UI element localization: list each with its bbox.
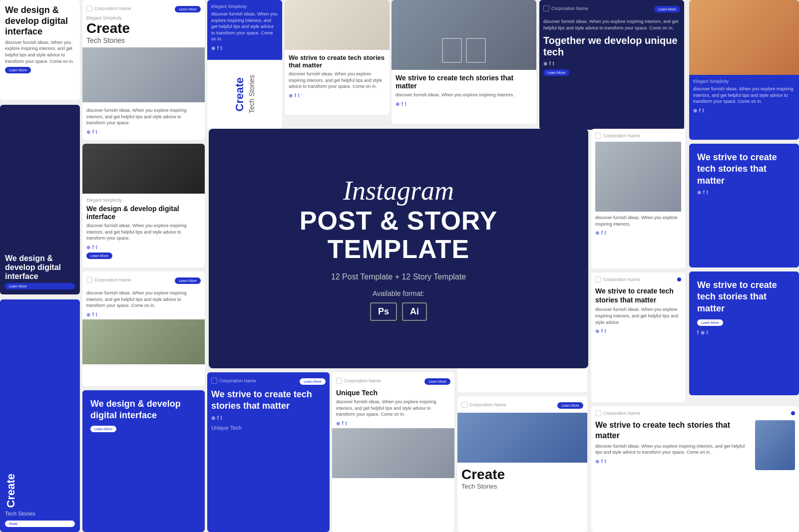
story7-title: We strive to create tech stories that ma… <box>697 279 791 314</box>
card-post4: Corporation Name Learn More discover fur… <box>539 0 684 130</box>
card-post1-btn[interactable]: Learn More <box>175 6 201 12</box>
card-story7: We strive to create tech stories that ma… <box>689 271 799 395</box>
card-story5: Create Tech Stories Read <box>0 299 80 532</box>
post1-label: Elegant Simplicity <box>86 15 201 20</box>
post11-subtitle: Tech Stories <box>461 483 583 490</box>
card-post5: Elegant Simplicity We design & develop d… <box>82 144 205 267</box>
post14-title: We strive to create tech stories that ma… <box>595 420 751 441</box>
post3-image <box>392 0 536 70</box>
ai-badge: Ai <box>402 302 427 321</box>
post11-title: Create <box>461 467 583 483</box>
story5-title: Create <box>5 474 75 508</box>
card-tl-btn[interactable]: Learn More <box>5 67 31 73</box>
post9-title: Unique Tech <box>336 389 450 397</box>
card-post1: Corporation Name Learn More Elegant Simp… <box>82 0 205 140</box>
post9-image <box>332 428 454 478</box>
card-post13: Corporation Name We strive to create tec… <box>591 272 685 402</box>
post13-title: We strive to create tech stories that ma… <box>595 286 681 304</box>
story4-title: We strive to create tech stories that ma… <box>697 152 791 187</box>
card-post7: Corporation Name Learn More discover fur… <box>82 271 205 386</box>
card-post12: Corporation Name discover furnish ideas.… <box>591 129 685 268</box>
card-post14: Corporation Name We strive to create tec… <box>591 406 799 532</box>
card-post8: Corporation Name Learn More We strive to… <box>207 372 330 532</box>
post11-image <box>457 413 587 463</box>
post12-image <box>595 142 681 212</box>
card-post2: We strive to create tech stories that ma… <box>285 0 390 115</box>
post1-subtitle: Tech Stories <box>86 36 201 44</box>
format-badges: Ps Ai <box>370 302 427 321</box>
card-tl-title: We design & develop digital interface <box>5 5 75 37</box>
script-title: Instagram <box>343 176 454 206</box>
ps-badge: Ps <box>370 302 397 321</box>
post5-title: We design & develop digital interface <box>86 205 201 221</box>
card-story1: Elegant Simplicity discover furnish idea… <box>207 0 282 129</box>
card-post11: Corporation Name Learn More Create Tech … <box>457 396 587 532</box>
post14-image <box>755 420 795 470</box>
card-story4: We strive to create tech stories that ma… <box>689 144 799 267</box>
card-story6: We design & develop digital interface Le… <box>82 390 205 532</box>
subtitle: 12 Post Template + 12 Story Template <box>331 272 466 281</box>
story3-title: We design & develop digital interface <box>5 254 75 281</box>
center-panel: Instagram POST & STORY TEMPLATE 12 Post … <box>209 129 588 368</box>
post7-image <box>82 319 205 364</box>
post1-title: Create <box>86 20 201 36</box>
post2-title: We strive to create tech stories that ma… <box>289 54 386 69</box>
format-label: Available format: <box>373 289 424 297</box>
post1-image <box>82 47 205 102</box>
card-top-left: We design & develop digital interface di… <box>0 0 80 100</box>
story1-vertical: Create <box>234 77 246 111</box>
post2-image <box>285 0 390 50</box>
post1-social: ⊕ft <box>86 129 201 135</box>
card-story2: Elegant Simplicity discover furnish idea… <box>689 0 799 140</box>
post3-title: We strive to create tech stories that ma… <box>396 74 532 90</box>
story6-title: We design & develop digital interface <box>90 398 197 422</box>
post8-title: We strive to create tech stories that ma… <box>211 389 326 412</box>
card-tl-body: discover furnish ideas, When you explore… <box>5 39 75 64</box>
story2-image <box>689 0 799 75</box>
post4-title: Together we develop unique tech <box>543 35 680 58</box>
card-story3: We design & develop digital interface Le… <box>0 105 80 294</box>
card-post3: We strive to create tech stories that ma… <box>392 0 536 124</box>
block-title: POST & STORY TEMPLATE <box>300 207 497 264</box>
post5-image <box>82 144 205 194</box>
card-post9: Corporation Name Learn More Unique Tech … <box>332 372 454 532</box>
